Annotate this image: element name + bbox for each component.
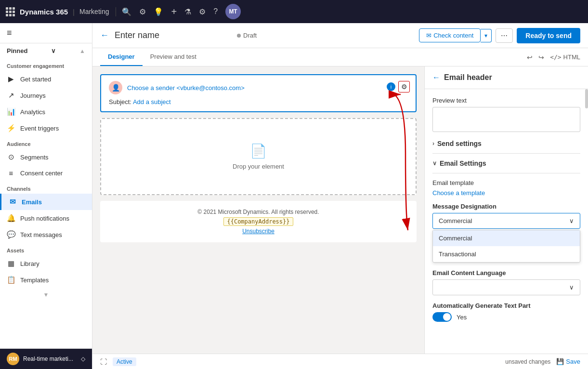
dropdown-option-transactional[interactable]: Transactional	[433, 246, 580, 262]
get-started-icon: ▶	[7, 75, 15, 83]
dropdown-selected-value: Commercial	[439, 217, 472, 224]
canvas-area: 👤 Choose a sender <vburke@contoso.com> i…	[92, 66, 424, 354]
sidebar-scrollable: Customer engagement ▶ Get started ↗ Jour…	[0, 58, 92, 348]
tab-preview-test[interactable]: Preview and test	[143, 48, 204, 66]
analytics-label: Analytics	[20, 108, 45, 116]
journeys-label: Journeys	[20, 92, 46, 99]
sidebar-item-segments[interactable]: ⊙ Segments	[0, 149, 92, 165]
help-icon[interactable]: ?	[213, 7, 218, 16]
check-content-split-button[interactable]: ▾	[481, 29, 492, 42]
topbar-right: ✉ Check content ▾ ⋯ Ready to send	[419, 28, 580, 43]
tab-actions: ↩ ↪ </> HTML	[527, 53, 580, 61]
library-icon: ▦	[7, 259, 15, 268]
save-button[interactable]: 💾 Save	[556, 358, 580, 365]
auto-generate-toggle-row: Yes	[432, 312, 580, 322]
push-notif-label: Push notifications	[20, 215, 69, 222]
assets-label: Assets	[0, 243, 92, 255]
settings-icon[interactable]: ⚙	[139, 7, 146, 16]
email-header-bar[interactable]: 👤 Choose a sender <vburke@contoso.com> i…	[100, 74, 417, 112]
email-content-language-label: Email Content Language	[432, 269, 580, 277]
drop-zone[interactable]: 📄 Drop your element	[100, 118, 417, 195]
pinned-chevron: ∨	[51, 47, 56, 54]
auto-generate-toggle[interactable]	[432, 312, 452, 322]
expand-icon[interactable]: ⛶	[100, 358, 107, 366]
panel-back-button[interactable]: ←	[432, 73, 440, 82]
sidebar-item-library[interactable]: ▦ Library	[0, 255, 92, 272]
footer-copyright: © 2021 Microsoft Dynamics. All rights re…	[108, 209, 409, 215]
redo-icon[interactable]: ↪	[538, 53, 544, 61]
email-settings-accordion[interactable]: ∨ Email Settings	[432, 154, 580, 173]
sidebar-bottom[interactable]: RM Real-time marketi... ◇	[0, 348, 92, 369]
event-triggers-icon: ⚡	[7, 124, 15, 132]
bottom-icon: ◇	[81, 356, 85, 362]
filter-icon[interactable]: ⚗	[184, 7, 191, 16]
gear-icon[interactable]: ⚙	[199, 7, 206, 16]
emails-label: Emails	[22, 198, 42, 206]
top-navigation: Dynamics 365 | Marketing 🔍 ⚙ 💡 + ⚗ ⚙ ? M…	[0, 0, 588, 23]
scroll-down-area: ▼	[0, 288, 92, 301]
save-icon: 💾	[556, 358, 564, 365]
email-template-label: Email template	[432, 179, 580, 186]
sidebar-item-templates[interactable]: 📋 Templates	[0, 272, 92, 288]
emails-icon: ✉	[8, 198, 17, 206]
tab-designer[interactable]: Designer	[100, 48, 143, 66]
sidebar-item-analytics[interactable]: 📊 Analytics	[0, 104, 92, 120]
envelope-icon: ✉	[426, 32, 431, 39]
journeys-icon: ↗	[7, 91, 15, 100]
sidebar-item-event-triggers[interactable]: ⚡ Event triggers	[0, 120, 92, 136]
lightbulb-icon[interactable]: 💡	[154, 7, 163, 16]
add-icon[interactable]: +	[171, 6, 177, 17]
hamburger-menu[interactable]: ≡	[0, 23, 92, 43]
sidebar-item-get-started[interactable]: ▶ Get started	[0, 71, 92, 87]
language-dropdown[interactable]: ∨	[432, 279, 580, 295]
library-label: Library	[20, 260, 39, 267]
preview-text-input[interactable]	[432, 107, 580, 132]
channels-label: Channels	[0, 181, 92, 194]
check-content-group: ✉ Check content ▾	[419, 28, 492, 42]
segments-icon: ⊙	[7, 153, 15, 161]
subject-row: Subject: Add a subject	[109, 98, 408, 105]
page-title-input[interactable]	[115, 30, 226, 40]
dropdown-option-commercial[interactable]: Commercial	[433, 230, 580, 246]
check-content-button[interactable]: ✉ Check content	[419, 28, 481, 42]
pinned-label: Pinned	[7, 47, 27, 54]
send-settings-label: Send settings	[437, 140, 482, 147]
more-options-button[interactable]: ⋯	[496, 28, 513, 43]
sidebar-item-journeys[interactable]: ↗ Journeys	[0, 87, 92, 104]
apps-icon[interactable]	[6, 7, 15, 16]
message-designation-dropdown[interactable]: Commercial ∨	[432, 213, 580, 229]
html-toggle[interactable]: </> HTML	[550, 53, 580, 61]
push-notif-icon: 🔔	[7, 214, 15, 223]
module-name: Marketing	[79, 8, 109, 15]
sidebar-item-text-messages[interactable]: 💬 Text messages	[0, 226, 92, 243]
event-triggers-label: Event triggers	[20, 125, 59, 132]
choose-template-link[interactable]: Choose a template	[432, 189, 485, 197]
templates-label: Templates	[20, 277, 49, 284]
subject-link[interactable]: Add a subject	[133, 98, 171, 105]
company-address-tag: {{CompanyAddress}}	[223, 217, 293, 226]
undo-icon[interactable]: ↩	[527, 53, 533, 61]
scroll-down-icon[interactable]: ▼	[43, 291, 49, 298]
consent-icon: ≡	[7, 169, 15, 177]
gear-settings-icon[interactable]: ⚙	[398, 81, 410, 92]
sidebar-item-emails[interactable]: ✉ Emails	[0, 194, 92, 210]
sidebar-item-push-notifications[interactable]: 🔔 Push notifications	[0, 210, 92, 226]
search-icon[interactable]: 🔍	[122, 7, 131, 16]
active-badge: Active	[113, 357, 136, 366]
panel-title: Email header	[444, 73, 492, 82]
scroll-up-icon[interactable]: ▲	[79, 48, 85, 54]
auto-generate-label: Automatically Generate Text Part	[432, 302, 580, 309]
sender-link[interactable]: Choose a sender <vburke@contoso.com>	[127, 84, 245, 92]
preview-text-label: Preview text	[432, 97, 580, 104]
user-avatar[interactable]: MT	[225, 4, 241, 19]
pinned-section[interactable]: Pinned ∨ ▲	[0, 43, 92, 58]
send-settings-chevron-right: ›	[432, 140, 434, 147]
info-icon[interactable]: i	[387, 82, 395, 91]
scrollbar-thumb[interactable]	[585, 89, 588, 108]
unsubscribe-link[interactable]: Unsubscribe	[242, 228, 274, 235]
right-panel-header: ← Email header	[425, 66, 588, 89]
ready-to-send-button[interactable]: Ready to send	[517, 28, 580, 43]
back-button[interactable]: ←	[100, 30, 109, 40]
send-settings-accordion[interactable]: › Send settings	[432, 134, 580, 154]
sidebar-item-consent-center[interactable]: ≡ Consent center	[0, 165, 92, 181]
